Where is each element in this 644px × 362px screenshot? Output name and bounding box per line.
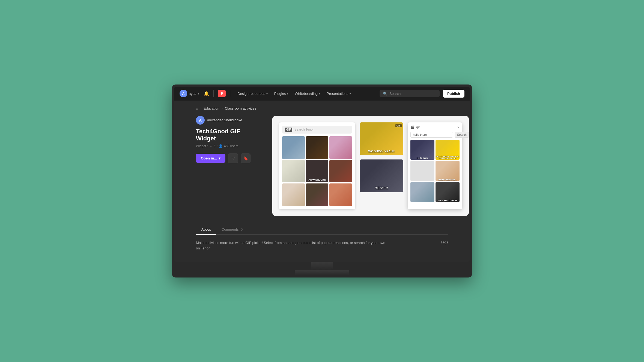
widget-users-icon: 👤 [219, 144, 223, 148]
breadcrumb-sep-2: › [222, 106, 223, 110]
gif-cell-3[interactable] [329, 136, 352, 159]
gif-popup-label-4: HELLO HELLO BE... [436, 179, 460, 180]
gif-popup-search-row: Search [410, 132, 460, 138]
widget-users: 458 users [224, 144, 238, 148]
widget-meta-sep2: • [216, 144, 217, 148]
search-box[interactable]: 🔍 Search [380, 90, 440, 97]
gif-popup-cell-5[interactable] [410, 182, 434, 202]
gif-cell-1[interactable] [282, 136, 305, 159]
search-icon: 🔍 [383, 92, 387, 96]
user-avatar: A [180, 90, 187, 97]
center-gif-bottom-label: YES!!!!! [375, 186, 388, 190]
breadcrumb: ⌂ › Education › Classroom activities [196, 106, 448, 110]
gif-popup-close-icon[interactable]: × [457, 125, 460, 129]
widget-preview: GIF Search Tenor AWW SHUCKS [272, 116, 469, 216]
stand-neck [311, 262, 333, 270]
gif-popup-header: 🎬 gif × [410, 125, 460, 129]
gif-popup-cell-1[interactable]: Hello there [410, 140, 434, 160]
gif-popup-search-button[interactable]: Search [455, 132, 469, 138]
chevron-down-icon: ▾ [319, 92, 320, 95]
publish-button[interactable]: Publish [443, 90, 464, 98]
gif-popup-label-1: Hello there [410, 157, 434, 159]
nav-presentations[interactable]: Presentations ▾ [324, 90, 354, 97]
chevron-down-icon: ▾ [287, 92, 288, 95]
about-text: Make activities more fun with a GIF pick… [196, 240, 387, 251]
gif-popup-cell-6[interactable]: WELL HELLO THERE [436, 182, 460, 202]
gif-popup-grid: Hello there HELLO THERE HOW ARE YOU DOIN… [410, 140, 460, 202]
gif-cell-4[interactable] [282, 160, 305, 183]
chevron-down-icon: ▾ [266, 92, 268, 95]
open-label: Open in... [201, 156, 217, 160]
app-logo: F [218, 90, 226, 97]
widget-area: A Alexander Sherbrooke Tech4Good GIF Wid… [196, 116, 448, 216]
widget-info: A Alexander Sherbrooke Tech4Good GIF Wid… [196, 116, 261, 163]
gif-popup: 🎬 gif × Search Hello there [408, 122, 462, 209]
tab-about[interactable]: About [196, 225, 216, 235]
tabs-row: About Comments 0 [196, 225, 448, 234]
breadcrumb-education[interactable]: Education [204, 106, 219, 110]
gif-popup-cell-2[interactable]: HELLO THERE HOW ARE YOU DOING TODAY [436, 140, 460, 160]
bell-icon[interactable]: 🔔 [204, 91, 209, 96]
gif-popup-cell-4[interactable]: HELLO HELLO BE... [436, 161, 460, 181]
heart-icon: ♡ [210, 144, 213, 148]
gif-cell-7[interactable] [282, 183, 305, 206]
gif-popup-title-text: gif [416, 125, 420, 129]
gif-center-badge: GIF [395, 124, 402, 127]
bookmark-button[interactable]: 🔖 [241, 153, 251, 163]
center-gif-bottom[interactable]: YES!!!!! [360, 159, 403, 192]
widget-author: A Alexander Sherbrooke [196, 116, 261, 125]
widget-title: Tech4Good GIF Widget [196, 128, 261, 142]
nav-right: 🔍 Search Publish [380, 90, 464, 98]
gif-search-placeholder: Search Tenor [294, 128, 349, 131]
about-section: Make activities more fun with a GIF pick… [196, 235, 448, 256]
tags-label: Tags [441, 240, 448, 244]
gif-cell-9[interactable] [329, 183, 352, 206]
tabs-section: About Comments 0 [196, 225, 448, 235]
monitor-stand [174, 262, 470, 275]
gif-grid: AWW SHUCKS [282, 136, 352, 206]
tab-comments-count: 0 [241, 228, 243, 231]
author-avatar: A [196, 116, 205, 125]
nav-divider [213, 90, 214, 97]
widget-meta: Widget • ♡ 5 • 👤 458 users [196, 144, 261, 148]
gif-popup-label-2: HELLO THERE HOW ARE YOU DOING TODAY [436, 155, 460, 159]
gif-cell-6[interactable] [329, 160, 352, 183]
widget-likes: 5 [214, 144, 216, 148]
center-gifs: GIF WOOHOO! YEAH!! YES!!!!! [360, 122, 403, 209]
gif-popup-label-6: WELL HELLO THERE [436, 200, 460, 201]
gif-popup-title: 🎬 gif [410, 125, 420, 129]
breadcrumb-classroom[interactable]: Classroom activities [225, 106, 257, 110]
nav-plugins[interactable]: Plugins ▾ [272, 90, 291, 97]
gif-cell-8[interactable] [306, 183, 329, 206]
gif-label-5: AWW SHUCKS [306, 179, 329, 181]
like-button[interactable]: ♡ [228, 153, 238, 163]
center-gif-label: WOOHOO! YEAH!! [368, 150, 395, 153]
open-in-button[interactable]: Open in... ▾ [196, 154, 225, 163]
gif-search-bar[interactable]: GIF Search Tenor [282, 126, 352, 134]
gif-cell-2[interactable] [306, 136, 329, 159]
breadcrumb-home[interactable]: ⌂ [196, 106, 198, 110]
user-chevron-icon: ▾ [198, 92, 199, 95]
nav-divider-2 [230, 90, 230, 97]
about-row: Make activities more fun with a GIF pick… [196, 240, 448, 251]
main-content: ⌂ › Education › Classroom activities A A… [174, 101, 470, 262]
gif-popup-icon: 🎬 [410, 125, 415, 129]
user-menu[interactable]: A ayca ▾ [180, 90, 199, 97]
tab-comments[interactable]: Comments 0 [216, 225, 248, 235]
stand-base [295, 270, 349, 275]
breadcrumb-sep-1: › [200, 106, 201, 110]
nav-whiteboarding[interactable]: Whiteboarding ▾ [292, 90, 323, 97]
dropdown-arrow-icon: ▾ [219, 156, 220, 160]
widget-meta-sep1: • [207, 144, 208, 148]
nav-design-resources[interactable]: Design resources ▾ [235, 90, 270, 97]
chevron-down-icon: ▾ [350, 92, 351, 95]
gif-picker-left: GIF Search Tenor AWW SHUCKS [279, 122, 355, 209]
gif-badge: GIF [285, 128, 292, 132]
gif-cell-5[interactable]: AWW SHUCKS [306, 160, 329, 183]
widget-actions: Open in... ▾ ♡ 🔖 [196, 153, 261, 163]
center-gif-top[interactable]: GIF WOOHOO! YEAH!! [360, 122, 403, 155]
nav-links: Design resources ▾ Plugins ▾ Whiteboardi… [235, 90, 375, 97]
gif-popup-cell-3[interactable] [410, 161, 434, 181]
author-name: Alexander Sherbrooke [207, 118, 242, 122]
gif-popup-search-input[interactable] [410, 132, 453, 138]
